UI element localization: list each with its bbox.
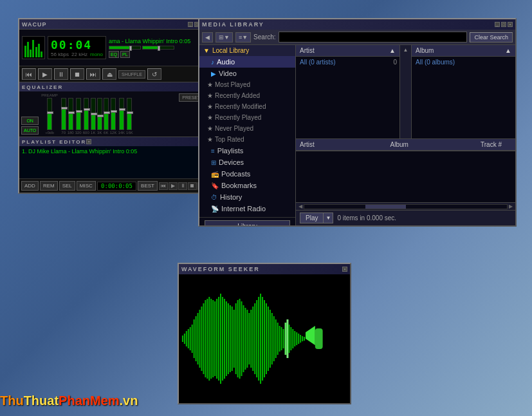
sidebar-item-video[interactable]: ▶ Video (199, 68, 295, 79)
stop-btn[interactable]: ⏹ (70, 68, 84, 80)
svg-rect-46 (268, 307, 269, 371)
eq-slider-12k[interactable] (111, 98, 116, 130)
time-digits: 00:04 (51, 38, 103, 52)
eq-on-btn[interactable]: ON (21, 117, 39, 125)
svg-rect-56 (286, 319, 288, 358)
pl-toggle-btn[interactable]: PL (120, 51, 130, 58)
eq-preamp-slider[interactable] (47, 98, 52, 130)
eq-slider-6k[interactable] (104, 98, 109, 130)
transport-controls: ⏮ ▶ ⏸ ⏹ ⏭ ⏏ SHUFFLE ↺ (19, 66, 208, 82)
play-dropdown-btn[interactable]: ▼ (324, 213, 333, 223)
playlist-close-btn[interactable]: × (86, 139, 91, 144)
pl-pause-btn[interactable]: ⏸ (178, 182, 187, 190)
eq-toggle-btn[interactable]: EQ (109, 51, 119, 58)
album-sort-arrow-icon[interactable]: ▲ (505, 47, 511, 54)
pl-add-btn[interactable]: ADD (21, 181, 39, 191)
svg-rect-64 (302, 336, 303, 341)
sidebar-item-internet-radio[interactable]: 📡 Internet Radio (199, 203, 295, 214)
sidebar-item-history[interactable]: ⏱ History (199, 191, 295, 203)
eq-slider-1k[interactable] (91, 98, 96, 130)
svg-rect-38 (252, 307, 253, 371)
library-btn[interactable]: Library (205, 220, 290, 225)
time-sub-info: 56 kbps 22 kHz mono (51, 52, 103, 57)
svg-rect-23 (224, 299, 225, 379)
svg-rect-22 (222, 297, 223, 381)
wave-display[interactable] (179, 274, 350, 403)
equalizer-section: EQUALIZER × ON AUTO PREAMP +0db (19, 82, 208, 137)
sidebar-item-top-rated[interactable]: ★ Top Rated (199, 134, 295, 145)
eq-band-14k: 14K (118, 98, 125, 135)
sidebar-item-recently-modified[interactable]: ★ Recently Modified (199, 101, 295, 112)
eq-auto-btn[interactable]: AUTO (21, 126, 39, 135)
shuffle-btn[interactable]: SHUFFLE (118, 70, 145, 79)
pl-prev-btn[interactable]: ⏮ (159, 182, 168, 190)
lib-maximize-btn[interactable]: □ (501, 22, 506, 27)
svg-rect-52 (279, 326, 280, 352)
pl-rem-btn[interactable]: REM (40, 181, 58, 191)
artist-sort-arrow-icon[interactable]: ▲ (389, 47, 396, 54)
repeat-btn[interactable]: ↺ (147, 68, 161, 80)
artist-col-header: Artist ▲ (296, 45, 399, 57)
eq-band-12k: 12K (110, 98, 117, 135)
lib-sort-btn[interactable]: ≡▼ (235, 32, 251, 43)
lib-scrollbar-h: ◀ ▶ (296, 202, 515, 210)
bookmarks-icon: 🔖 (211, 182, 219, 189)
recently-modified-icon: ★ (207, 103, 213, 110)
eject-btn[interactable]: ⏏ (102, 68, 116, 80)
pause-btn[interactable]: ⏸ (54, 68, 68, 80)
lib-track-list (296, 151, 515, 202)
search-input[interactable] (279, 32, 468, 43)
artist-col-label: Artist (300, 47, 315, 54)
eq-band-6k: 6K (104, 98, 109, 135)
lib-back-btn[interactable]: ◀ (202, 32, 213, 43)
next-btn[interactable]: ⏭ (86, 68, 100, 80)
scroll-right-icon[interactable]: ▶ (508, 203, 514, 209)
balance-slider[interactable] (142, 46, 174, 50)
eq-slider-70[interactable] (61, 98, 66, 130)
wave-close-btn[interactable]: × (342, 267, 347, 272)
sidebar-item-most-played[interactable]: ★ Most Played (199, 79, 295, 90)
clear-search-btn[interactable]: Clear Search (470, 32, 513, 43)
pl-best-btn[interactable]: BEST (138, 181, 158, 191)
sidebar-item-bookmarks[interactable]: 🔖 Bookmarks (199, 180, 295, 191)
play-main-btn[interactable]: Play (300, 213, 324, 223)
svg-rect-43 (262, 297, 263, 381)
svg-rect-42 (260, 294, 261, 384)
pl-play-btn[interactable]: ▶ (169, 182, 178, 190)
lib-toolbar: ◀ ⊞▼ ≡▼ Search: Clear Search (199, 30, 515, 45)
sidebar-item-playlists[interactable]: ≡ Playlists (199, 145, 295, 156)
artist-sort-col: ▲ (400, 45, 412, 138)
lib-view-btn[interactable]: ⊞▼ (216, 32, 233, 43)
eq-slider-16k[interactable] (127, 98, 132, 130)
sidebar-item-podcasts[interactable]: 📻 Podcasts (199, 168, 295, 180)
lib-local-library-header[interactable]: ▼ Local Library (199, 45, 295, 56)
eq-slider-3k[interactable] (97, 98, 102, 130)
pl-stop-btn[interactable]: ⏹ (188, 182, 197, 190)
lib-close-btn[interactable]: × (508, 22, 513, 27)
sidebar-item-audio[interactable]: ♪ Audio (199, 56, 295, 68)
lib-scroll-track[interactable] (304, 204, 508, 209)
sidebar-item-never-played[interactable]: ★ Never Played (199, 123, 295, 134)
pl-misc-btn[interactable]: MISC (77, 181, 96, 191)
eq-slider-320[interactable] (76, 98, 81, 130)
eq-slider-14k[interactable] (119, 98, 124, 130)
prev-btn[interactable]: ⏮ (22, 68, 36, 80)
sidebar-item-devices[interactable]: ⊞ Devices (199, 156, 295, 168)
sidebar-item-recently-added[interactable]: ★ Recently Added (199, 90, 295, 101)
eq-slider-180[interactable] (68, 98, 73, 130)
scroll-left-icon[interactable]: ◀ (297, 203, 304, 209)
album-all-item[interactable]: All (0 albums) (414, 58, 513, 66)
lib-minimize-btn[interactable]: _ (495, 22, 500, 27)
svg-rect-31 (239, 299, 241, 379)
play-btn[interactable]: ▶ (38, 68, 52, 80)
volume-slider[interactable] (109, 46, 141, 50)
wacup-minimize-btn[interactable]: _ (188, 22, 193, 27)
eq-slider-600[interactable] (84, 98, 89, 130)
pl-sel-btn[interactable]: SEL (59, 181, 75, 191)
sidebar-item-recently-played[interactable]: ★ Recently Played (199, 112, 295, 123)
lib-scroll-thumb (365, 205, 406, 209)
never-played-label: Never Played (215, 125, 253, 132)
artist-all-item[interactable]: All (0 artists) (298, 58, 337, 66)
artist-count: 0 (393, 59, 397, 66)
video-icon: ▶ (211, 70, 216, 77)
